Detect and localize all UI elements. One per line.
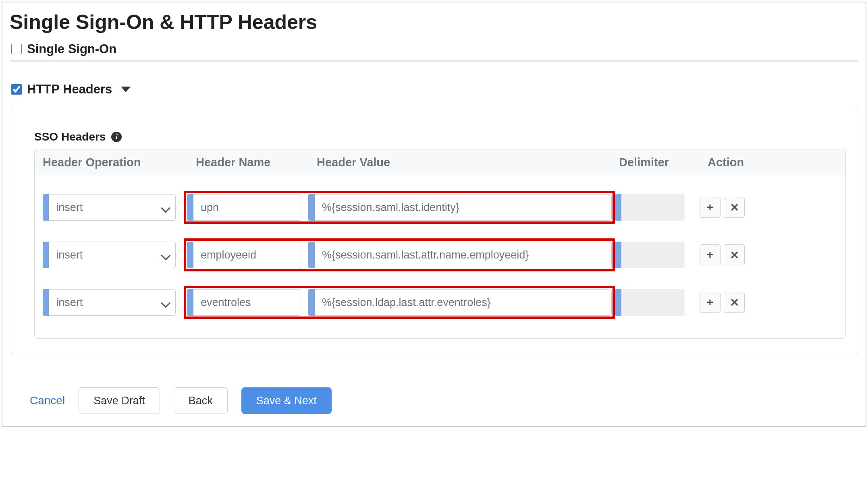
header-name-input[interactable]: eventroles [187, 289, 301, 316]
chevron-down-icon[interactable] [121, 87, 131, 92]
remove-row-button[interactable]: ✕ [724, 244, 745, 265]
delimiter-input[interactable] [615, 289, 691, 316]
http-headers-toggle-row: HTTP Headers [10, 82, 858, 97]
header-value-input[interactable]: %{session.saml.last.attr.name.employeeid… [308, 242, 612, 268]
header-name-value: eventroles [193, 289, 301, 316]
add-row-button[interactable]: + [700, 244, 721, 265]
highlight-name-value: employeeid%{session.saml.last.attr.name.… [184, 238, 615, 271]
sso-headers-grid: Header Operation Header Name Header Valu… [34, 149, 846, 339]
header-value-input[interactable]: %{session.ldap.last.attr.eventroles} [308, 289, 612, 316]
sso-checkbox[interactable] [11, 44, 22, 54]
sso-checkbox-label: Single Sign-On [27, 42, 116, 56]
header-value-value: %{session.saml.last.attr.name.employeeid… [315, 242, 612, 268]
col-header-delimiter: Delimiter [619, 156, 704, 169]
sso-headers-heading: SSO Headers i [34, 130, 846, 143]
save-next-button[interactable]: Save & Next [241, 387, 332, 414]
highlight-name-value: eventroles%{session.ldap.last.attr.event… [184, 286, 615, 319]
page-title: Single Sign-On & HTTP Headers [10, 10, 858, 34]
add-row-button[interactable]: + [700, 197, 721, 218]
grid-body: insertupn%{session.saml.last.identity}+✕… [35, 176, 845, 338]
section-divider [10, 60, 858, 62]
col-header-action: Action [704, 156, 788, 169]
delimiter-value [621, 194, 685, 221]
back-button[interactable]: Back [174, 387, 228, 414]
header-operation-select[interactable]: insert [43, 194, 176, 221]
http-headers-panel: SSO Headers i Header Operation Header Na… [10, 108, 858, 355]
delimiter-input[interactable] [615, 242, 691, 268]
add-row-button[interactable]: + [700, 292, 721, 313]
header-name-input[interactable]: employeeid [187, 242, 301, 268]
cancel-link[interactable]: Cancel [30, 394, 65, 407]
http-headers-checkbox-label: HTTP Headers [27, 82, 112, 97]
header-operation-value: insert [49, 242, 176, 268]
header-operation-select[interactable]: insert [43, 242, 176, 268]
delimiter-value [621, 289, 685, 316]
header-value-value: %{session.saml.last.identity} [315, 194, 612, 221]
remove-row-button[interactable]: ✕ [724, 292, 745, 313]
header-operation-select[interactable]: insert [43, 289, 176, 316]
info-icon[interactable]: i [111, 132, 122, 142]
table-row: inserteventroles%{session.ldap.last.attr… [39, 279, 841, 326]
col-header-name: Header Name [196, 156, 317, 169]
footer-actions: Cancel Save Draft Back Save & Next [10, 355, 858, 418]
table-row: insertemployeeid%{session.saml.last.attr… [39, 231, 841, 279]
header-value-value: %{session.ldap.last.attr.eventroles} [315, 289, 612, 316]
sso-headers-heading-text: SSO Headers [34, 130, 106, 143]
grid-header-row: Header Operation Header Name Header Valu… [35, 149, 845, 176]
col-header-value: Header Value [317, 156, 619, 169]
sso-toggle-row: Single Sign-On [10, 42, 858, 56]
header-name-value: upn [193, 194, 301, 221]
delimiter-input[interactable] [615, 194, 691, 221]
delimiter-value [621, 242, 685, 268]
highlight-name-value: upn%{session.saml.last.identity} [184, 191, 615, 224]
http-headers-checkbox[interactable] [11, 84, 22, 95]
remove-row-button[interactable]: ✕ [724, 197, 745, 218]
save-draft-button[interactable]: Save Draft [79, 387, 160, 414]
col-header-operation: Header Operation [39, 156, 196, 169]
header-operation-value: insert [49, 194, 176, 221]
header-name-input[interactable]: upn [187, 194, 301, 221]
header-value-input[interactable]: %{session.saml.last.identity} [308, 194, 612, 221]
table-row: insertupn%{session.saml.last.identity}+✕ [39, 184, 841, 231]
header-name-value: employeeid [193, 242, 301, 268]
header-operation-value: insert [49, 289, 176, 316]
